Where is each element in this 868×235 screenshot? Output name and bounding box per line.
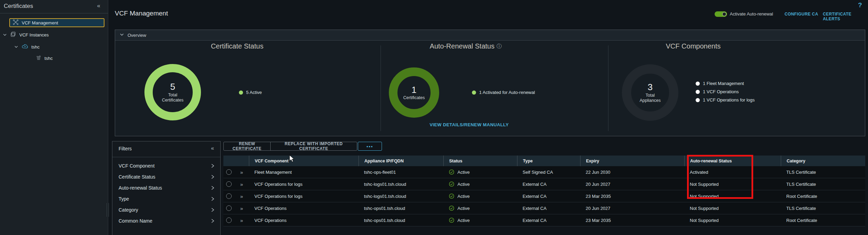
cell-category: Root Certificate (781, 190, 865, 202)
col-vcf-component[interactable]: VCF Component (249, 156, 359, 166)
table-row[interactable]: » VCF Operations tshc-ops01.tsh.cloud Ac… (223, 214, 865, 226)
cell-category: TLS Certificate (781, 202, 865, 214)
filter-category[interactable]: Category (112, 204, 220, 215)
table-row[interactable]: » Fleet Management tshc-ops-fleet01 Acti… (223, 166, 865, 178)
cell-component: Fleet Management (249, 166, 359, 178)
row-expand-icon[interactable]: » (240, 181, 243, 187)
view-details-renew-link[interactable]: VIEW DETAILS/RENEW MANUALLY (430, 122, 509, 127)
row-radio[interactable] (226, 205, 232, 211)
auto-renewal-toggle[interactable] (715, 11, 727, 17)
vcf-components-legend-item: 1 VCF Operations (696, 89, 739, 94)
cell-type: External CA (517, 214, 580, 226)
more-actions-button[interactable]: ••• (358, 142, 382, 151)
info-icon[interactable]: ⓘ (496, 43, 502, 49)
cell-type: External CA (517, 190, 580, 202)
renew-certificate-button[interactable]: RENEW CERTIFICATE (223, 142, 271, 151)
overview-accordion-header[interactable]: Overview (115, 30, 865, 41)
vcf-components-donut: 3 Total Appliances (622, 64, 678, 121)
status-label: Active (457, 182, 470, 187)
replace-certificate-button[interactable]: REPLACE WITH IMPORTED CERTIFICATE (270, 142, 357, 151)
status-check-icon (449, 193, 454, 199)
cell-component: VCF Operations for logs (249, 178, 359, 190)
mouse-cursor (289, 155, 296, 163)
donut-label: Appliances (639, 98, 660, 104)
donut-label: Certificates (162, 98, 184, 103)
chevron-right-icon (211, 185, 215, 190)
legend-label: 5 Active (246, 90, 262, 95)
filters-collapse-icon[interactable]: « (211, 145, 214, 151)
legend-dot-white (696, 82, 700, 86)
tree-item-tshc-child[interactable]: tshc (36, 54, 53, 62)
help-icon[interactable]: ? (858, 1, 862, 9)
row-expand-icon[interactable]: » (240, 205, 243, 211)
tree-item-vcf-instances[interactable]: VCF Instances (2, 31, 49, 39)
vcf-management-icon (13, 19, 19, 26)
table-row[interactable]: » VCF Operations for logs tshc-logs01.ts… (223, 190, 865, 202)
status-check-icon (449, 217, 454, 223)
cell-category: TLS Certificate (781, 166, 865, 178)
cell-category: TLS Certificate (781, 178, 865, 190)
auto-renewal-status-title: Auto-Renewal Statusⓘ (430, 42, 502, 50)
status-label: Active (457, 170, 470, 175)
donut-value: 5 (170, 81, 175, 93)
table-header-row: VCF Component Appliance IP/FQDN Status T… (223, 156, 865, 166)
chevron-down-icon[interactable] (2, 33, 7, 37)
tree-item-label: VCF Instances (19, 32, 49, 38)
filter-auto-renewal-status[interactable]: Auto-renewal Status (112, 182, 220, 193)
filters-header: Filters « (112, 141, 220, 157)
col-type[interactable]: Type (517, 156, 580, 166)
cell-status: Active (443, 166, 517, 178)
filter-vcf-component[interactable]: VCF Component (112, 160, 220, 171)
col-expiry[interactable]: Expiry (580, 156, 684, 166)
row-radio[interactable] (226, 169, 232, 175)
filter-label: Auto-renewal Status (119, 185, 162, 191)
cell-component: VCF Operations for logs (249, 190, 359, 202)
col-status[interactable]: Status (443, 156, 517, 166)
row-radio[interactable] (226, 217, 232, 223)
donut-label: Certificates (403, 95, 425, 101)
status-label: Active (457, 194, 470, 199)
table-row[interactable]: » VCF Operations for logs tshc-logs01.ts… (223, 178, 865, 190)
legend-label: 1 Activated for Auto-renewal (479, 90, 535, 95)
col-appliance[interactable]: Appliance IP/FQDN (359, 156, 443, 166)
chevron-down-icon[interactable] (14, 45, 19, 49)
vcf-components-title: VCF Components (666, 42, 721, 50)
row-expand-icon[interactable]: » (240, 217, 243, 223)
col-category[interactable]: Category (781, 156, 865, 166)
chevron-down-icon (120, 32, 124, 38)
cell-status: Active (443, 178, 517, 190)
filter-label: Category (119, 207, 138, 213)
row-expand-icon[interactable]: » (240, 169, 243, 175)
status-check-icon (449, 205, 454, 211)
filter-type[interactable]: Type (112, 193, 220, 204)
row-expand-icon[interactable]: » (240, 193, 243, 199)
legend-label: 1 Fleet Management (703, 81, 744, 86)
table-row[interactable]: » VCF Operations tshc-ops01.tsh.cloud Ac… (223, 202, 865, 214)
chevron-right-icon (211, 163, 215, 168)
filter-common-name[interactable]: Common Name (112, 215, 220, 226)
sidebar-collapse-icon[interactable]: « (97, 2, 100, 9)
cell-component: VCF Operations (249, 202, 359, 214)
configure-ca-link[interactable]: CONFIGURE CA (785, 12, 818, 17)
chevron-right-icon (211, 196, 215, 201)
filter-certificate-status[interactable]: Certificate Status (112, 171, 220, 182)
cloud-icon (22, 44, 28, 50)
status-check-icon (449, 169, 454, 175)
cell-expiry: 23 Mar 2035 (580, 214, 684, 226)
sidebar-resize-handle[interactable] (107, 203, 109, 217)
tree-item-vcf-management[interactable]: VCF Management (9, 18, 104, 27)
filter-label: Certificate Status (119, 174, 155, 180)
row-radio[interactable] (226, 181, 232, 187)
cell-appliance: tshc-logs01.tsh.cloud (359, 190, 443, 202)
cell-type: Self Signed CA (517, 166, 580, 178)
row-radio[interactable] (226, 193, 232, 199)
cell-status: Active (443, 202, 517, 214)
panel-divider (381, 45, 381, 131)
certificates-table: VCF Component Appliance IP/FQDN Status T… (223, 156, 865, 226)
tree-item-tshc[interactable]: tshc (14, 43, 40, 51)
certificate-alerts-link[interactable]: CERTIFICATE ALERTS (823, 12, 868, 21)
overview-panel: Overview Certificate Status 5 Total Cert… (115, 30, 865, 136)
status-label: Active (457, 206, 470, 211)
legend-dot-white (696, 98, 700, 102)
filter-label: Common Name (119, 218, 152, 224)
